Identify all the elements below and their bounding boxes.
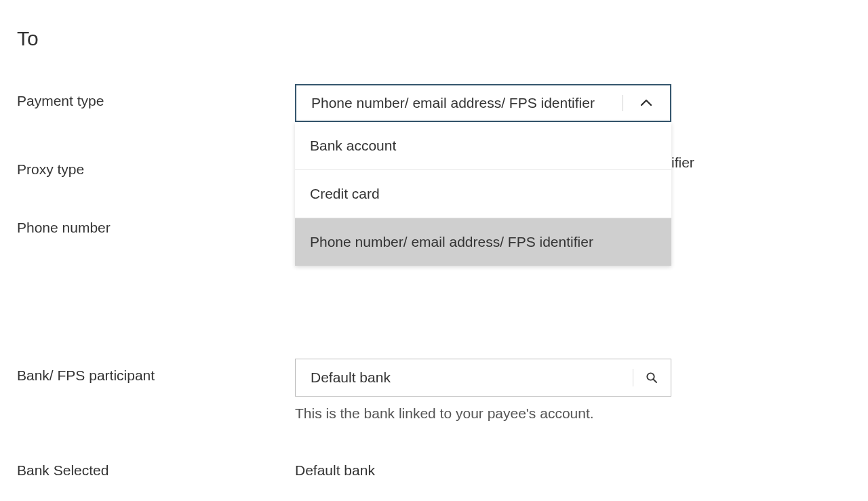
payment-type-arrow-cell: [623, 85, 670, 121]
label-phone-number: Phone number: [17, 220, 111, 236]
label-proxy-type: Proxy type: [17, 161, 84, 178]
bank-selected-value: Default bank: [295, 462, 375, 479]
bank-participant-value: Default bank: [296, 369, 633, 386]
bank-participant-select[interactable]: Default bank: [295, 359, 671, 397]
section-title-to: To: [17, 27, 39, 50]
payment-type-select[interactable]: Phone number/ email address/ FPS identif…: [295, 84, 671, 122]
bank-divider: [633, 369, 633, 386]
bank-participant-icon-cell: [633, 359, 671, 396]
label-bank-selected: Bank Selected: [17, 462, 108, 479]
payment-type-option-credit-card[interactable]: Credit card: [295, 170, 671, 218]
bank-participant-helper: This is the bank linked to your payee's …: [295, 405, 594, 422]
payment-type-selected-value: Phone number/ email address/ FPS identif…: [296, 95, 623, 111]
payment-type-option-fps-identifier[interactable]: Phone number/ email address/ FPS identif…: [295, 218, 671, 266]
svg-line-1: [654, 380, 657, 383]
payment-to-section: To Payment type Phone number/ email addr…: [0, 0, 868, 501]
proxy-type-obscured-text: ifier: [671, 155, 694, 171]
label-bank-participant: Bank/ FPS participant: [17, 367, 155, 384]
label-payment-type: Payment type: [17, 93, 104, 109]
payment-type-dropdown: Bank account Credit card Phone number/ e…: [295, 122, 671, 266]
search-icon: [646, 372, 658, 384]
chevron-up-icon: [640, 99, 652, 107]
select-divider: [623, 95, 623, 111]
payment-type-option-bank-account[interactable]: Bank account: [295, 122, 671, 170]
